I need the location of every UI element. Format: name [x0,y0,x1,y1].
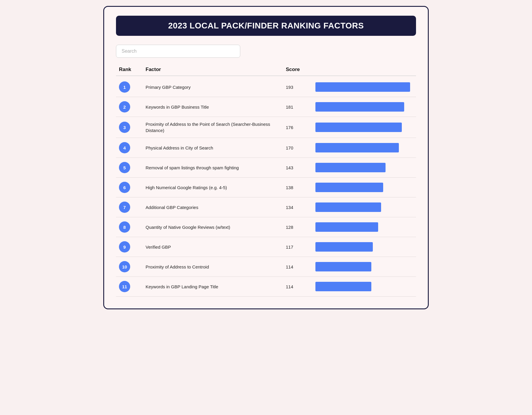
score-cell: 134 [286,205,315,210]
rank-badge: 3 [119,122,130,133]
rank-cell: 6 [119,182,146,193]
rank-badge: 5 [119,162,130,173]
table-row: 4 Physical Address in City of Search 170 [116,138,416,158]
table-row: 9 Verified GBP 117 [116,237,416,257]
rank-cell: 5 [119,162,146,173]
bar-cell [315,202,416,212]
factor-cell: Additional GBP Categories [146,204,286,210]
header-factor: Factor [146,67,286,73]
score-bar [315,202,381,212]
score-bar [315,82,410,92]
score-bar [315,102,404,112]
factor-cell: Proximity of Address to the Point of Sea… [146,121,286,133]
score-cell: 117 [286,245,315,250]
bar-cell [315,183,416,192]
rank-cell: 10 [119,261,146,272]
table-row: 1 Primary GBP Category 193 [116,77,416,97]
factor-cell: Proximity of Address to Centroid [146,264,286,270]
bar-cell [315,82,416,92]
factor-cell: Quantity of Native Google Reviews (w/tex… [146,224,286,230]
rank-badge: 6 [119,182,130,193]
factor-cell: Primary GBP Category [146,84,286,90]
factor-cell: Physical Address in City of Search [146,145,286,151]
factor-cell: Keywords in GBP Landing Page Title [146,284,286,290]
table-row: 7 Additional GBP Categories 134 [116,197,416,217]
bar-cell [315,222,416,232]
bar-cell [315,143,416,152]
header-rank: Rank [119,67,146,73]
table-body: 1 Primary GBP Category 193 2 Keywords in… [116,77,416,297]
bar-cell [315,163,416,172]
bar-cell [315,282,416,291]
factor-cell: Keywords in GBP Business Title [146,104,286,110]
table-row: 3 Proximity of Address to the Point of S… [116,117,416,138]
rank-badge: 11 [119,281,130,292]
score-cell: 193 [286,85,315,90]
bar-cell [315,262,416,271]
score-cell: 128 [286,225,315,230]
score-cell: 181 [286,104,315,110]
table-row: 2 Keywords in GBP Business Title 181 [116,97,416,117]
score-bar [315,282,371,291]
rank-cell: 4 [119,142,146,153]
table-row: 6 High Numerical Google Ratings (e.g. 4-… [116,178,416,197]
score-bar [315,262,371,271]
rank-badge: 8 [119,221,130,233]
score-bar [315,163,386,172]
search-input[interactable] [116,45,240,58]
table-header: Rank Factor Score [116,64,416,76]
bar-cell [315,123,416,132]
rank-badge: 2 [119,101,130,112]
rank-cell: 7 [119,202,146,213]
table-row: 8 Quantity of Native Google Reviews (w/t… [116,217,416,237]
page-title: 2023 LOCAL PACK/FINDER RANKING FACTORS [168,21,364,30]
search-container [116,45,416,58]
score-cell: 176 [286,125,315,130]
table-row: 10 Proximity of Address to Centroid 114 [116,257,416,277]
rank-badge: 4 [119,142,130,153]
rank-badge: 10 [119,261,130,272]
rank-cell: 11 [119,281,146,292]
header-bar [315,67,416,73]
header-score: Score [286,67,315,73]
ranking-table: Rank Factor Score 1 Primary GBP Category… [116,64,416,297]
score-bar [315,242,373,252]
rank-badge: 9 [119,241,130,252]
rank-cell: 9 [119,241,146,252]
factor-cell: Verified GBP [146,244,286,250]
score-cell: 143 [286,165,315,170]
rank-badge: 1 [119,81,130,93]
score-cell: 114 [286,264,315,269]
title-box: 2023 LOCAL PACK/FINDER RANKING FACTORS [116,16,416,36]
factor-cell: High Numerical Google Ratings (e.g. 4-5) [146,184,286,191]
score-cell: 138 [286,185,315,190]
bar-cell [315,242,416,252]
factor-cell: Removal of spam listings through spam fi… [146,165,286,171]
score-cell: 170 [286,145,315,150]
main-container: 2023 LOCAL PACK/FINDER RANKING FACTORS R… [103,6,429,309]
rank-cell: 3 [119,122,146,133]
rank-cell: 1 [119,81,146,93]
score-cell: 114 [286,284,315,289]
table-row: 11 Keywords in GBP Landing Page Title 11… [116,277,416,297]
table-row: 5 Removal of spam listings through spam … [116,158,416,178]
score-bar [315,222,378,232]
score-bar [315,123,402,132]
score-bar [315,143,399,152]
rank-cell: 8 [119,221,146,233]
bar-cell [315,102,416,112]
rank-badge: 7 [119,202,130,213]
score-bar [315,183,383,192]
rank-cell: 2 [119,101,146,112]
